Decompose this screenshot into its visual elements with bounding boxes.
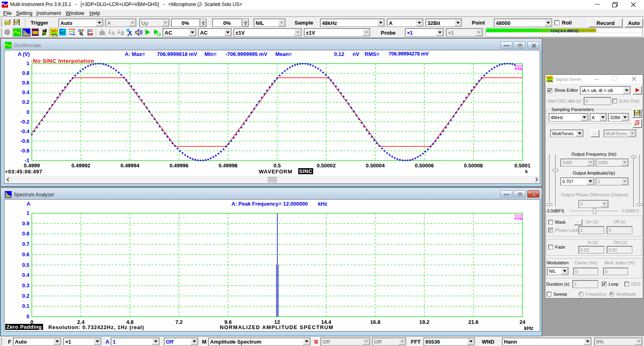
svg-text:888: 888	[32, 30, 38, 35]
svg-text:DDP: DDP	[78, 29, 84, 33]
svg-text:B: B	[121, 31, 124, 36]
svg-text:DDC: DDC	[87, 29, 93, 33]
svg-text:A: A	[111, 31, 115, 36]
